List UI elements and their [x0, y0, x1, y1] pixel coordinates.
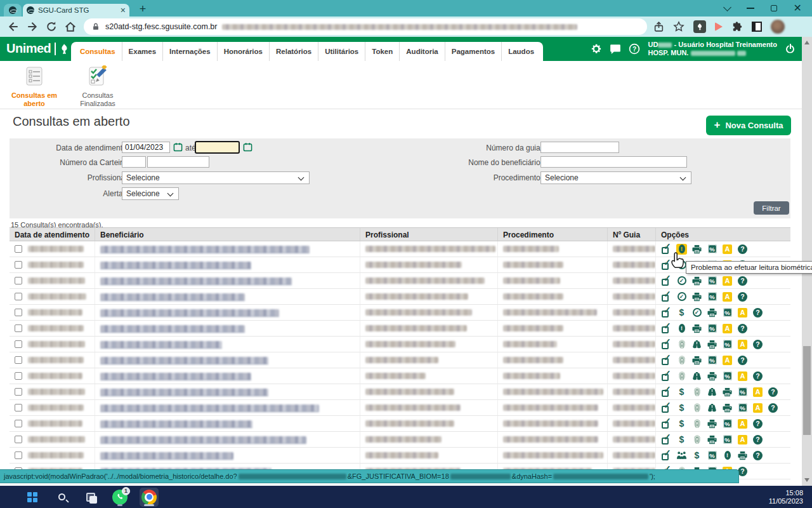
row-checkbox[interactable] — [15, 356, 22, 364]
reload-icon[interactable] — [46, 21, 57, 32]
dollar-icon[interactable]: $ — [676, 434, 687, 445]
chrome-button[interactable] — [140, 488, 159, 507]
blurred-beneficiary-link[interactable] — [100, 341, 222, 348]
help-icon[interactable]: ? — [737, 355, 748, 366]
row-checkbox[interactable] — [15, 261, 22, 269]
window-minimize-button[interactable] — [747, 8, 754, 9]
blurred-beneficiary-link[interactable] — [100, 357, 268, 364]
nova-consulta-button[interactable]: + Nova Consulta — [706, 116, 791, 135]
printer-icon[interactable] — [707, 418, 717, 429]
taskbar-search-button[interactable] — [52, 488, 71, 507]
alertas-select[interactable]: Selecione — [122, 187, 179, 200]
whatsapp-button[interactable]: 1 — [110, 488, 129, 507]
printer-icon[interactable] — [722, 387, 733, 398]
address-bar[interactable]: s20atd-stg.fesc.sgusuite.com.br — [84, 18, 647, 35]
check-square-icon[interactable]: ✓ — [661, 434, 672, 445]
check-square-icon[interactable]: ✓ — [661, 291, 672, 302]
audit-a-icon[interactable]: A — [722, 291, 733, 302]
percent-icon[interactable]: % — [707, 276, 717, 286]
profissional-select[interactable]: Selecione — [122, 171, 310, 184]
fingerprint-icon[interactable] — [691, 387, 702, 398]
printer-icon[interactable] — [691, 323, 702, 334]
scrollbar-thumb[interactable] — [803, 346, 811, 435]
menu-tab-auditoria[interactable]: Auditoria — [399, 42, 444, 61]
row-checkbox[interactable] — [15, 451, 22, 459]
biometric-check-icon[interactable]: ✓ — [676, 291, 687, 302]
printer-icon[interactable] — [707, 339, 717, 350]
printer-icon[interactable] — [691, 276, 702, 286]
printer-icon[interactable] — [691, 244, 702, 255]
family-icon[interactable] — [676, 450, 687, 461]
row-checkbox[interactable] — [15, 404, 22, 411]
printer-icon[interactable] — [707, 434, 717, 445]
help-icon[interactable]: ? — [737, 244, 748, 255]
check-square-icon[interactable]: ✓ — [661, 276, 672, 286]
blurred-beneficiary-link[interactable] — [100, 262, 251, 269]
audit-a-icon[interactable]: A — [722, 244, 733, 255]
percent-icon[interactable]: % — [707, 291, 717, 302]
window-maximize-button[interactable] — [771, 5, 777, 11]
blurred-beneficiary-link[interactable] — [100, 373, 251, 380]
dollar-icon[interactable]: $ — [676, 418, 687, 429]
menu-tab-exames[interactable]: Exames — [122, 42, 162, 61]
check-square-icon[interactable]: ✓ — [661, 355, 672, 366]
audit-a-icon[interactable]: A — [752, 403, 763, 413]
nome-beneficiario-input[interactable] — [540, 156, 687, 168]
data-inicio-input[interactable] — [122, 142, 170, 153]
blurred-beneficiary-link[interactable] — [100, 246, 310, 253]
row-checkbox[interactable] — [15, 245, 22, 253]
taskbar-clock[interactable]: 15:08 11/05/2023 — [769, 486, 803, 508]
numero-guia-input[interactable] — [540, 142, 619, 153]
logout-power-icon[interactable] — [785, 44, 796, 55]
scroll-down-icon[interactable] — [804, 478, 809, 482]
chat-bubble-icon[interactable] — [610, 43, 621, 55]
printer-icon[interactable] — [691, 291, 702, 302]
percent-icon[interactable]: % — [722, 339, 733, 350]
percent-icon[interactable]: % — [707, 450, 717, 461]
help-icon[interactable]: ? — [737, 291, 748, 302]
active-browser-tab[interactable]: SGU-Card STG × — [23, 4, 129, 17]
fingerprint-icon[interactable] — [676, 355, 687, 366]
procedimento-select[interactable]: Selecione — [540, 171, 691, 184]
printer-icon[interactable] — [707, 371, 717, 382]
biometric-check-icon[interactable]: ✓ — [676, 276, 687, 286]
blurred-beneficiary-link[interactable] — [100, 293, 245, 300]
tab-search-chevron-icon[interactable] — [723, 3, 731, 11]
check-square-icon[interactable]: ✓ — [661, 418, 672, 429]
help-icon[interactable]: ? — [752, 307, 763, 318]
blurred-beneficiary-link[interactable] — [100, 309, 279, 316]
carteira-input-1[interactable] — [122, 156, 146, 168]
window-close-button[interactable]: ✕ — [794, 5, 802, 11]
fingerprint-alert-icon[interactable]: ! — [722, 450, 733, 461]
fingerprint-alert-icon[interactable]: ! — [676, 323, 687, 334]
home-icon[interactable] — [65, 21, 76, 32]
blurred-beneficiary-link[interactable] — [100, 420, 252, 427]
menu-tab-token[interactable]: Token — [365, 42, 399, 61]
audit-a-icon[interactable]: A — [737, 434, 748, 445]
carteira-input-2[interactable] — [147, 156, 209, 168]
printer-icon[interactable] — [722, 403, 733, 413]
menu-tab-laudos[interactable]: Laudos — [501, 42, 540, 61]
audit-a-icon[interactable]: A — [737, 307, 748, 318]
row-checkbox[interactable] — [15, 324, 22, 332]
new-tab-button[interactable]: + — [136, 3, 150, 17]
row-checkbox[interactable] — [15, 420, 22, 427]
settings-gear-icon[interactable] — [591, 43, 602, 55]
check-square-icon[interactable]: ✓ — [661, 339, 672, 350]
fingerprint-icon[interactable] — [691, 434, 702, 445]
profile-avatar[interactable] — [771, 20, 785, 34]
percent-icon[interactable]: % — [722, 434, 733, 445]
blurred-beneficiary-link[interactable] — [100, 389, 268, 396]
blurred-beneficiary-link[interactable] — [100, 404, 319, 411]
percent-icon[interactable]: % — [722, 307, 733, 318]
audit-a-icon[interactable]: A — [722, 276, 733, 286]
shortcut-consultas-finalizadas[interactable]: ConsultasFinalizadas — [66, 65, 129, 108]
help-icon[interactable]: ? — [768, 387, 778, 398]
share-icon[interactable] — [653, 22, 664, 32]
help-circle-icon[interactable]: ? — [629, 43, 640, 55]
menu-tab-consultas[interactable]: Consultas — [74, 42, 122, 61]
help-icon[interactable]: ? — [737, 276, 748, 286]
row-checkbox[interactable] — [15, 436, 22, 443]
percent-icon[interactable]: % — [707, 323, 717, 334]
side-panel-icon[interactable] — [752, 22, 762, 32]
